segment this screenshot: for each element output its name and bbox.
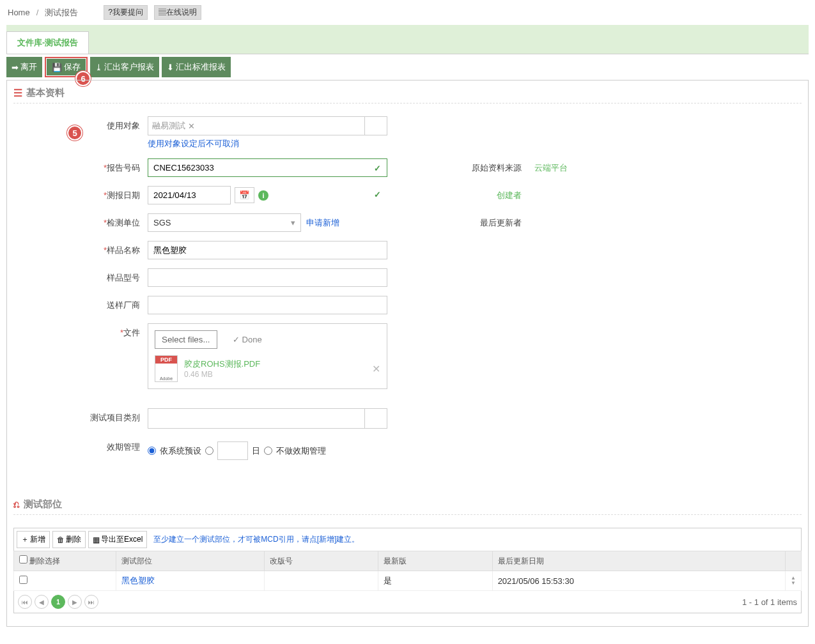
pager-next[interactable]: ▶ xyxy=(68,595,82,609)
test-org-value: SGS xyxy=(153,218,171,227)
parts-grid: 删除选择 测试部位 改版号 最新版 最后更新日期 黑色塑胶 是 2021/05/… xyxy=(13,551,802,591)
part-link[interactable]: 黑色塑胶 xyxy=(121,576,155,585)
tab-file-library[interactable]: 文件库-测试报告 xyxy=(6,31,89,54)
breadcrumb: Home / 测试报告 ?我要提问 ▤在线说明 xyxy=(0,0,815,25)
sample-model-input[interactable] xyxy=(148,268,387,287)
expiry-radio-default[interactable] xyxy=(148,447,156,455)
col-part[interactable]: 测试部位 xyxy=(116,551,265,571)
sample-name-input[interactable] xyxy=(148,241,387,259)
row-checkbox[interactable] xyxy=(19,576,27,584)
grid-export-label: 导出至Excel xyxy=(101,534,143,545)
list-icon: ☰ xyxy=(13,87,22,99)
col-latest[interactable]: 最新版 xyxy=(378,551,492,571)
label-expiry: 效期管理 xyxy=(13,438,148,453)
apply-add-link[interactable]: 申请新增 xyxy=(306,217,339,229)
save-icon: 💾 xyxy=(52,63,62,72)
section-parts-title: ⎌ 测试部位 xyxy=(13,498,802,510)
row-sample-name: *样品名称 xyxy=(13,241,802,259)
tree-icon: ⎌ xyxy=(13,499,20,510)
expiry-radio-days[interactable] xyxy=(205,447,213,455)
section-divider xyxy=(13,103,802,103)
expiry-radio-none[interactable] xyxy=(264,447,272,455)
file-remove-button[interactable]: ✕ xyxy=(372,363,380,375)
leave-button[interactable]: ➡ 离开 xyxy=(6,57,42,77)
pager-last[interactable]: ⏭ xyxy=(84,595,98,609)
test-org-select[interactable]: SGS ▾ xyxy=(148,213,301,232)
ask-button[interactable]: ?我要提问 xyxy=(104,5,148,20)
breadcrumb-sep: / xyxy=(36,8,39,17)
row-supplier: 送样厂商 xyxy=(13,296,802,314)
pager-prev[interactable]: ◀ xyxy=(35,595,49,609)
check-icon: ✓ xyxy=(374,164,381,173)
label-report-date: *测报日期 xyxy=(13,186,148,201)
export-customer-label: 汇出客户报表 xyxy=(104,61,154,73)
test-category-addon[interactable] xyxy=(365,408,387,429)
label-updater: 最后更新者 xyxy=(464,217,522,229)
pager-first[interactable]: ⏮ xyxy=(18,595,32,609)
expiry-days-input[interactable] xyxy=(217,441,248,460)
label-supplier: 送样厂商 xyxy=(13,296,148,311)
cell-updated: 2021/05/06 15:53:30 xyxy=(492,571,785,591)
save-label: 保存 xyxy=(64,61,81,73)
tag-remove-icon[interactable]: ✕ xyxy=(188,121,195,131)
check-icon: ✓ xyxy=(374,190,381,199)
file-upload-box: Select files... ✓ Done PDF Adobe 胶皮ROHS测… xyxy=(148,323,387,389)
select-all-checkbox[interactable] xyxy=(19,555,27,564)
export-standard-button[interactable]: ⬇ 汇出标准报表 xyxy=(162,57,231,77)
arrow-right-icon: ➡ xyxy=(12,63,19,72)
row-report-no: *报告号码 ✓ 原始资料来源 云端平台 xyxy=(13,158,802,177)
section-basic-label: 基本资料 xyxy=(26,87,65,99)
section-basic-title: ☰ 基本资料 xyxy=(13,87,802,99)
grid-header-row: 删除选择 测试部位 改版号 最新版 最后更新日期 xyxy=(14,551,802,571)
grid-delete-button[interactable]: 🗑删除 xyxy=(52,531,86,548)
report-no-input[interactable] xyxy=(148,158,387,177)
section-parts-label: 测试部位 xyxy=(24,498,62,510)
form-panel: ☰ 基本资料 5 使用对象 融易測試 ✕ 使用对象设定后不可取消 *报告号码 ✓ xyxy=(6,80,809,627)
pager: ⏮ ◀ 1 ▶ ⏭ 1 - 1 of 1 items xyxy=(13,591,802,613)
manual-label: 在线说明 xyxy=(166,8,197,17)
label-creator: 创建者 xyxy=(464,190,522,201)
file-size: 0.46 MB xyxy=(184,370,366,379)
report-date-input[interactable] xyxy=(148,186,231,204)
trash-icon: 🗑 xyxy=(57,535,65,544)
row-sample-model: 样品型号 xyxy=(13,268,802,287)
download-icon: ⬇ xyxy=(167,63,174,72)
use-target-addon[interactable] xyxy=(365,116,387,135)
label-test-category: 测试项目类别 xyxy=(13,408,148,424)
grid-add-button[interactable]: ＋新增 xyxy=(17,531,50,548)
label-sample-model: 样品型号 xyxy=(13,268,148,284)
label-sample-name: *样品名称 xyxy=(13,241,148,256)
file-name[interactable]: 胶皮ROHS测报.PDF xyxy=(184,358,366,370)
chevron-down-icon: ▾ xyxy=(291,218,295,227)
label-file: *文件 xyxy=(13,323,148,339)
use-target-hint: 使用对象设定后不可取消 xyxy=(148,138,387,150)
col-updated[interactable]: 最后更新日期 xyxy=(492,551,785,571)
use-target-tag: 融易測試 ✕ xyxy=(152,120,195,132)
done-label: Done xyxy=(242,335,262,344)
scroll-down-icon[interactable]: ▼ xyxy=(791,581,796,586)
use-target-input[interactable]: 融易測試 ✕ xyxy=(148,116,365,135)
info-icon[interactable]: i xyxy=(258,190,268,201)
check-icon: ✓ xyxy=(233,335,240,344)
test-category-input[interactable] xyxy=(148,408,365,429)
manual-button[interactable]: ▤在线说明 xyxy=(154,5,201,20)
grid-delete-label: 删除 xyxy=(66,534,81,545)
pager-info: 1 - 1 of 1 items xyxy=(742,597,797,607)
col-version[interactable]: 改版号 xyxy=(265,551,378,571)
row-test-org: *检测单位 SGS ▾ 申请新增 最后更新者 xyxy=(13,213,802,232)
supplier-input[interactable] xyxy=(148,296,387,314)
calendar-icon: 📅 xyxy=(239,190,250,200)
breadcrumb-home[interactable]: Home xyxy=(8,8,30,17)
uploaded-file-row: PDF Adobe 胶皮ROHS测报.PDF 0.46 MB ✕ xyxy=(155,355,380,382)
calendar-button[interactable]: 📅 xyxy=(235,187,254,203)
grid-toolbar: ＋新增 🗑删除 ▦导出至Excel 至少建立一个测试部位，才可被MCD引用，请点… xyxy=(13,528,802,551)
select-files-button[interactable]: Select files... xyxy=(155,330,217,349)
row-expiry: 效期管理 依系统预设 日 不做效期管理 xyxy=(13,438,802,460)
pager-page-1[interactable]: 1 xyxy=(51,595,65,609)
grid-export-excel-button[interactable]: ▦导出至Excel xyxy=(88,531,147,548)
export-customer-button[interactable]: ⤓ 汇出客户报表 xyxy=(90,57,159,77)
pdf-icon: PDF Adobe xyxy=(155,355,178,382)
export-standard-label: 汇出标准报表 xyxy=(176,61,226,73)
grid-hint: 至少建立一个测试部位，才可被MCD引用，请点[新增]建立。 xyxy=(153,534,359,545)
book-icon: ▤ xyxy=(159,8,166,17)
